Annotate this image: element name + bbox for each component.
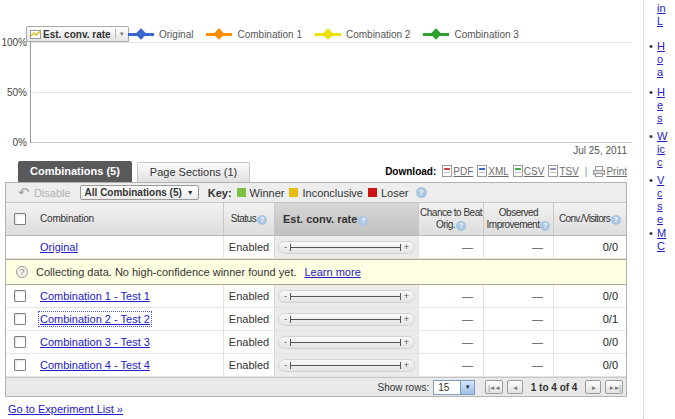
- conv-visitors-cell: 0/0: [553, 354, 626, 376]
- sidebar-link-fragment[interactable]: • H o a: [648, 40, 665, 79]
- est-conv-rate-cell: -+: [274, 236, 418, 258]
- help-icon[interactable]: ?: [416, 187, 427, 198]
- legend-marker: [206, 30, 232, 39]
- checkbox-cell: [6, 285, 34, 307]
- learn-more-link[interactable]: Learn more: [305, 266, 361, 278]
- legend-marker: [423, 30, 449, 39]
- y-axis-tick-0: 0%: [0, 137, 27, 148]
- download-print[interactable]: Print: [593, 166, 627, 177]
- header-conv-visitors: Conv./Visitors?: [553, 203, 626, 235]
- chance-cell: —: [418, 236, 483, 258]
- row-checkbox[interactable]: [14, 290, 26, 302]
- chart-icon: [30, 30, 41, 39]
- undo-icon[interactable]: ↶: [18, 187, 29, 199]
- disable-button[interactable]: Disable: [34, 187, 71, 199]
- pager-first-button[interactable]: |◄◄: [485, 380, 503, 394]
- show-rows-select[interactable]: 15 ▼: [433, 380, 475, 395]
- conv-rate-range-widget[interactable]: -+: [278, 241, 415, 254]
- print-icon: [593, 166, 605, 177]
- winner-swatch: [237, 188, 246, 197]
- observed-cell: —: [483, 236, 553, 258]
- sidebar-divider: [643, 0, 644, 419]
- legend-marker: [128, 30, 154, 39]
- combination-link[interactable]: Combination 3 - Test 3: [40, 336, 150, 348]
- combination-link[interactable]: Combination 4 - Test 4: [40, 359, 150, 371]
- help-icon[interactable]: ?: [456, 221, 466, 231]
- show-rows-label: Show rows:: [378, 382, 430, 393]
- sidebar-link-fragment[interactable]: • H e s: [648, 86, 665, 125]
- pdf-icon: [442, 165, 452, 177]
- pager-range-label: 1 to 4 of 4: [531, 382, 578, 393]
- legend-label: Combination 3: [454, 29, 518, 40]
- chevron-down-icon: ▼: [187, 189, 194, 196]
- key-loser: Loser: [368, 187, 409, 199]
- checkbox-cell: [6, 354, 34, 376]
- row-checkbox[interactable]: [14, 313, 26, 325]
- pager-next-button[interactable]: ►: [585, 380, 601, 394]
- download-label: Download:: [385, 166, 436, 177]
- combination-link[interactable]: Original: [40, 241, 78, 253]
- checkbox-cell: [6, 308, 34, 330]
- chance-cell: —: [418, 331, 483, 353]
- est-conv-rate-cell: -+: [274, 354, 418, 376]
- csv-icon: [513, 165, 523, 177]
- download-xml[interactable]: XML: [477, 165, 509, 177]
- est-conv-rate-cell: -+: [274, 331, 418, 353]
- header-observed-improvement: Observed Improvement?: [483, 203, 553, 235]
- gridline-100: [31, 42, 632, 43]
- row-checkbox[interactable]: [14, 336, 26, 348]
- conv-rate-range-widget[interactable]: -+: [278, 290, 415, 303]
- chart-metric-selector[interactable]: Est. conv. rate ▼: [26, 26, 129, 42]
- combination-name-cell: Original: [34, 236, 223, 258]
- table-row-combination-2: Combination 2 - Test 2 Enabled -+ — — 0/…: [6, 308, 626, 331]
- header-status: Status?: [223, 203, 274, 235]
- select-all-checkbox[interactable]: [14, 213, 26, 225]
- combination-link[interactable]: Combination 1 - Test 1: [40, 290, 150, 302]
- legend-label: Original: [159, 29, 193, 40]
- tab-combinations[interactable]: Combinations (5): [18, 161, 132, 182]
- legend-item-combination-3: Combination 3: [423, 29, 518, 40]
- download-pdf[interactable]: PDF: [442, 165, 473, 177]
- help-icon[interactable]: ?: [358, 216, 368, 226]
- checkbox-cell: [6, 331, 34, 353]
- help-icon[interactable]: ?: [257, 215, 267, 225]
- legend-item-combination-2: Combination 2: [315, 29, 410, 40]
- sidebar-link-fragment[interactable]: • M C: [648, 227, 666, 253]
- status-cell: Enabled: [223, 308, 274, 330]
- tab-page-sections[interactable]: Page Sections (1): [137, 162, 250, 182]
- combinations-filter-dropdown[interactable]: All Combinations (5) ▼: [80, 185, 199, 200]
- combination-name-cell: Combination 4 - Test 4: [34, 354, 223, 376]
- key-inconclusive: Inconclusive: [289, 187, 363, 199]
- status-cell: Enabled: [223, 354, 274, 376]
- go-to-experiment-list-link[interactable]: Go to Experiment List »: [8, 403, 123, 415]
- conv-rate-range-widget[interactable]: -+: [278, 336, 415, 349]
- combination-name-cell: Combination 1 - Test 1: [34, 285, 223, 307]
- page: Est. conv. rate ▼ Original Combination 1…: [0, 0, 675, 419]
- select-arrow-icon: ▼: [460, 381, 474, 394]
- tsv-icon: [548, 165, 558, 177]
- chart-legend: Original Combination 1 Combination 2 Com…: [128, 26, 519, 42]
- help-icon[interactable]: ?: [540, 221, 550, 231]
- sidebar-link-fragment[interactable]: • V c s e: [648, 174, 664, 226]
- pager-prev-button[interactable]: ◄: [507, 380, 523, 394]
- conv-visitors-cell: 0/1: [553, 308, 626, 330]
- table-row-combination-3: Combination 3 - Test 3 Enabled -+ — — 0/…: [6, 331, 626, 354]
- sidebar-link-fragment[interactable]: in L: [648, 2, 666, 28]
- collecting-data-notice: ? Collecting data. No high-confidence wi…: [6, 259, 626, 285]
- help-icon[interactable]: ?: [611, 215, 621, 225]
- conv-rate-range-widget[interactable]: -+: [278, 313, 415, 326]
- conv-rate-range-widget[interactable]: -+: [278, 359, 415, 372]
- combination-name-cell: Combination 2 - Test 2: [34, 308, 223, 330]
- observed-cell: —: [483, 308, 553, 330]
- sidebar-link-fragment[interactable]: • W ic c: [648, 130, 667, 169]
- pager-last-button[interactable]: ►►|: [605, 380, 623, 394]
- chevron-down-icon[interactable]: ▼: [115, 29, 125, 39]
- observed-cell: —: [483, 331, 553, 353]
- est-conv-rate-cell: -+: [274, 285, 418, 307]
- row-checkbox[interactable]: [14, 359, 26, 371]
- download-tsv[interactable]: TSV: [548, 165, 578, 177]
- notice-text: Collecting data. No high-confidence winn…: [36, 266, 297, 278]
- download-csv[interactable]: CSV: [513, 165, 545, 177]
- combination-link[interactable]: Combination 2 - Test 2: [40, 313, 150, 325]
- gridline-50: [31, 92, 632, 93]
